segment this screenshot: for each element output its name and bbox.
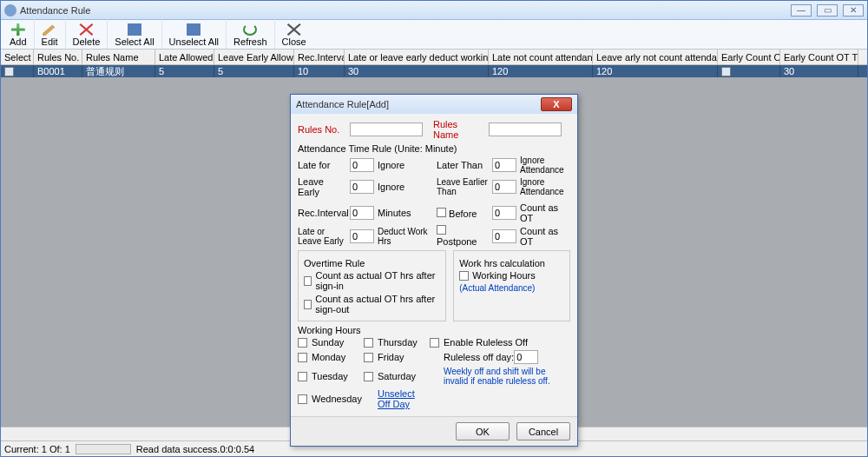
unselect-all-icon — [187, 23, 201, 36]
postpone-checkbox[interactable] — [437, 225, 446, 235]
refresh-button[interactable]: Refresh — [227, 19, 275, 49]
rules-name-label: Rules Name — [433, 119, 485, 140]
dialog-titlebar: Attendance Rule[Add] X — [291, 95, 577, 114]
thursday-checkbox[interactable] — [364, 338, 373, 348]
unselect-off-day-link[interactable]: Unselect Off Day — [378, 388, 426, 409]
col-late-not-count[interactable]: Late not count attendance — [489, 50, 593, 64]
ot-signout-checkbox[interactable] — [304, 300, 312, 309]
unselect-all-button[interactable]: Unselect All — [162, 19, 227, 49]
postpone-input[interactable] — [492, 229, 516, 243]
x-icon — [79, 23, 93, 36]
enable-ruleless-checkbox[interactable] — [430, 338, 439, 348]
plus-icon — [11, 23, 25, 36]
app-icon — [4, 4, 16, 17]
col-select[interactable]: Select — [1, 50, 34, 64]
pencil-icon — [43, 23, 56, 36]
dialog-title: Attendance Rule[Add] — [296, 99, 541, 109]
table-row[interactable]: B0001 普通规则 5 5 10 30 120 120 30 — [1, 65, 867, 77]
time-rule-section: Attendance Time Rule (Unite: Minute) — [298, 143, 570, 154]
monday-checkbox[interactable] — [298, 353, 307, 362]
dialog-close-button[interactable]: X — [541, 97, 572, 111]
col-deduct[interactable]: Late or leave early deduct working hrs — [345, 50, 489, 64]
leave-early-input[interactable] — [350, 180, 374, 194]
rules-name-input[interactable] — [489, 123, 562, 136]
add-button[interactable]: Add — [3, 19, 35, 49]
close-icon — [287, 23, 301, 36]
close-button[interactable]: Close — [275, 19, 313, 49]
toolbar: Add Edit Delete Select All Unselect All … — [1, 20, 867, 50]
working-hours-checkbox[interactable] — [459, 271, 469, 281]
window-title: Attendance Rule — [20, 5, 791, 16]
select-all-button[interactable]: Select All — [108, 19, 161, 49]
col-rec-interval[interactable]: Rec.Interval — [294, 50, 345, 64]
overtime-rule-group: Overtime Rule Count as actual OT hrs aft… — [298, 250, 446, 321]
col-late-allowed[interactable]: Late Allowed — [155, 50, 214, 64]
add-dialog: Attendance Rule[Add] X Rules No. Rules N… — [290, 94, 578, 447]
select-all-icon — [128, 23, 141, 36]
col-rules-no[interactable]: Rules No. — [34, 50, 82, 64]
sunday-checkbox[interactable] — [298, 338, 307, 348]
col-leave-not-count[interactable]: Leave arly not count attendance — [593, 50, 718, 64]
edit-button[interactable]: Edit — [35, 19, 66, 49]
later-than-input[interactable] — [492, 158, 516, 172]
refresh-icon — [243, 23, 257, 36]
minimize-button[interactable]: — — [791, 4, 812, 17]
before-input[interactable] — [492, 206, 516, 220]
progress-bar — [76, 444, 131, 454]
rules-no-input[interactable] — [350, 123, 423, 136]
ruleless-off-input[interactable] — [514, 350, 538, 364]
delete-button[interactable]: Delete — [66, 19, 108, 49]
col-early-ot[interactable]: Early Count OT — [718, 50, 780, 64]
work-hrs-calc-group: Work hrs calculation Working Hours (Actu… — [453, 250, 570, 321]
friday-checkbox[interactable] — [364, 353, 373, 362]
saturday-checkbox[interactable] — [364, 372, 373, 381]
status-message: Read data success.0:0:0.54 — [136, 444, 254, 454]
row-checkbox[interactable] — [4, 67, 14, 76]
ot-signin-checkbox[interactable] — [304, 276, 312, 286]
late-leave-input[interactable] — [350, 229, 374, 243]
maximize-button[interactable]: ▭ — [817, 4, 838, 17]
col-rules-name[interactable]: Rules Name — [82, 50, 155, 64]
grid-header: Select Rules No. Rules Name Late Allowed… — [1, 50, 867, 65]
tuesday-checkbox[interactable] — [298, 372, 307, 381]
cancel-button[interactable]: Cancel — [516, 422, 570, 440]
col-early-ot-time[interactable]: Early Count OT Time — [780, 50, 858, 64]
close-window-button[interactable]: ✕ — [843, 4, 864, 17]
status-current: Current: 1 Of: 1 — [4, 444, 70, 454]
row-ot-checkbox[interactable] — [721, 67, 731, 76]
ok-button[interactable]: OK — [456, 422, 510, 440]
before-checkbox[interactable] — [437, 208, 446, 217]
col-leave-early[interactable]: Leave Early Allowed — [214, 50, 294, 64]
titlebar: Attendance Rule — ▭ ✕ — [1, 1, 867, 20]
late-for-input[interactable] — [350, 158, 374, 172]
rules-no-label: Rules No. — [298, 124, 346, 135]
rec-interval-input[interactable] — [350, 206, 374, 220]
wednesday-checkbox[interactable] — [298, 394, 307, 404]
leave-earlier-input[interactable] — [492, 180, 516, 194]
